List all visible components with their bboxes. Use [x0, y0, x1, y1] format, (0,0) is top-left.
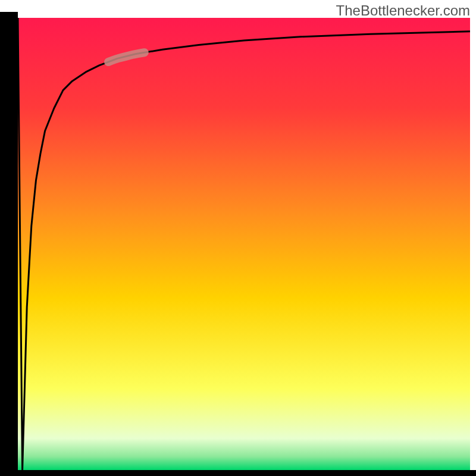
watermark-text: TheBottlenecker.com	[336, 2, 470, 19]
y-axis-bar	[0, 12, 18, 476]
x-axis-bar	[0, 470, 476, 476]
highlight-segment	[108, 52, 145, 62]
bottleneck-curve	[18, 18, 470, 470]
bottleneck-chart: TheBottlenecker.com	[0, 0, 476, 476]
plot-area	[18, 18, 470, 470]
curve-layer	[18, 18, 470, 470]
